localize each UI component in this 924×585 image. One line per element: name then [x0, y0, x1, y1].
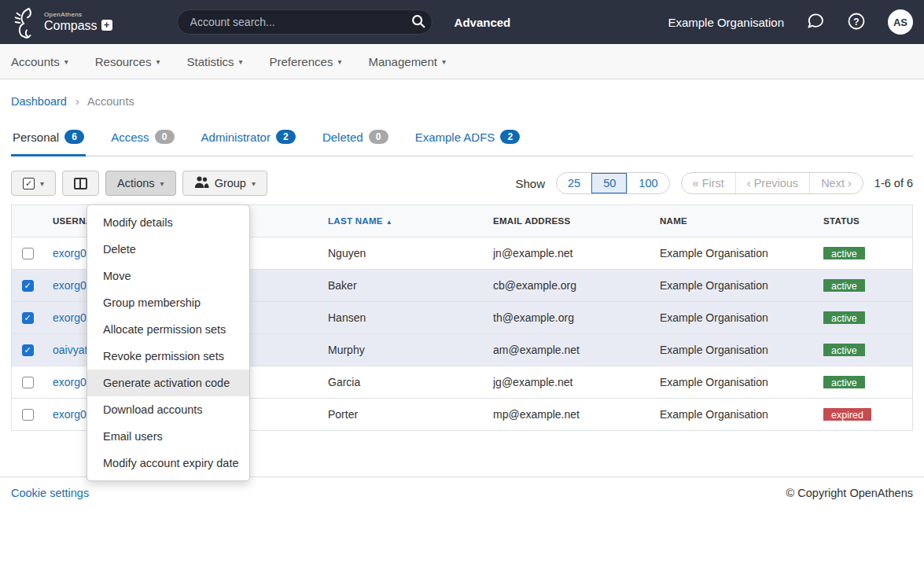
- tab-deleted[interactable]: Deleted0: [321, 130, 390, 156]
- row-checkbox[interactable]: [22, 377, 34, 388]
- organisation-cell: Example Organisation: [650, 279, 814, 292]
- breadcrumb-dashboard-link[interactable]: Dashboard: [11, 95, 67, 108]
- chevron-down-icon: ▾: [40, 179, 44, 188]
- breadcrumb-current: Accounts: [87, 95, 134, 108]
- main-nav: Accounts▾Resources▾Statistics▾Preference…: [0, 44, 924, 79]
- account-search-input[interactable]: [177, 9, 433, 35]
- menu-item-delete[interactable]: Delete: [87, 236, 249, 263]
- svg-text:?: ?: [853, 16, 859, 27]
- columns-toggle-button[interactable]: [62, 171, 99, 196]
- chevron-left-icon: ‹: [747, 177, 751, 189]
- select-all-dropdown-button[interactable]: ✓ ▾: [11, 171, 56, 196]
- tab-count-badge: 0: [155, 130, 175, 144]
- email-cell: mp@example.net: [484, 408, 650, 421]
- page-size-25-button[interactable]: 25: [557, 173, 591, 193]
- breadcrumb-separator-icon: ›: [75, 95, 79, 108]
- search-button[interactable]: [407, 12, 429, 32]
- last-name-cell: Garcia: [318, 376, 484, 388]
- chevron-down-icon: ▾: [238, 57, 242, 66]
- column-header-status[interactable]: STATUS: [814, 216, 912, 226]
- page-size-100-button[interactable]: 100: [627, 173, 668, 193]
- chevron-down-icon: ▾: [252, 179, 256, 188]
- column-header-last-name[interactable]: LAST NAME▲: [318, 216, 484, 226]
- actions-dropdown-menu: Modify detailsDeleteMoveGroup membership…: [87, 204, 250, 481]
- menu-item-move[interactable]: Move: [87, 263, 249, 289]
- actions-dropdown-button[interactable]: Actions ▾: [105, 171, 176, 196]
- status-badge: active: [823, 376, 865, 388]
- row-checkbox[interactable]: [22, 409, 34, 421]
- tab-administrator[interactable]: Administrator2: [200, 130, 297, 156]
- brand-name-label: Compass: [44, 19, 98, 33]
- pagination-previous-button[interactable]: ‹ Previous: [735, 173, 809, 193]
- openathens-owl-icon: [11, 6, 38, 39]
- email-cell: cb@example.org: [484, 279, 650, 292]
- status-badge: active: [823, 279, 865, 292]
- menu-item-revoke-permission-sets[interactable]: Revoke permission sets: [87, 343, 249, 370]
- email-cell: am@example.net: [484, 344, 650, 356]
- compass-plus-icon: +: [101, 20, 112, 31]
- columns-icon: [74, 178, 87, 189]
- user-avatar[interactable]: AS: [888, 9, 913, 35]
- nav-item-resources[interactable]: Resources▾: [95, 55, 160, 68]
- actions-button-label: Actions: [117, 177, 155, 189]
- range-summary: 1-6 of 6: [874, 177, 913, 189]
- feedback-button[interactable]: [806, 12, 825, 33]
- column-header-email[interactable]: EMAIL ADDRESS: [484, 216, 650, 226]
- organisation-cell: Example Organisation: [650, 311, 814, 324]
- row-checkbox[interactable]: ✓: [22, 312, 34, 324]
- row-checkbox[interactable]: ✓: [22, 344, 34, 356]
- pagination: « First ‹ Previous Next ›: [681, 172, 863, 194]
- show-label: Show: [516, 177, 546, 190]
- chat-bubble-icon: [806, 12, 825, 33]
- menu-item-allocate-permission-sets[interactable]: Allocate permission sets: [87, 316, 249, 343]
- tab-personal[interactable]: Personal6: [11, 130, 86, 156]
- account-type-tabs: Personal6Access0Administrator2Deleted0Ex…: [11, 130, 913, 156]
- menu-item-download-accounts[interactable]: Download accounts: [87, 396, 249, 423]
- menu-item-modify-account-expiry-date[interactable]: Modify account expiry date: [87, 450, 249, 476]
- status-badge: active: [823, 247, 865, 259]
- nav-item-statistics[interactable]: Statistics▾: [186, 55, 242, 68]
- organisation-name: Example Organisation: [668, 16, 784, 29]
- checkbox-icon: ✓: [23, 178, 35, 189]
- copyright-text: © Copyright OpenAthens: [786, 487, 913, 499]
- organisation-cell: Example Organisation: [650, 247, 814, 259]
- advanced-search-link[interactable]: Advanced: [455, 16, 511, 29]
- group-people-icon: [194, 176, 209, 190]
- email-cell: jn@example.net: [484, 247, 650, 259]
- pagination-first-button[interactable]: « First: [682, 173, 735, 193]
- nav-item-accounts[interactable]: Accounts▾: [11, 55, 68, 68]
- search-icon: [410, 20, 426, 31]
- help-button[interactable]: ?: [847, 12, 866, 33]
- chevron-down-icon: ▾: [442, 57, 446, 66]
- openathens-compass-logo[interactable]: OpenAthens Compass +: [11, 6, 112, 39]
- tab-access[interactable]: Access0: [109, 130, 175, 156]
- row-checkbox[interactable]: ✓: [22, 280, 34, 292]
- chevron-down-icon: ▾: [156, 57, 160, 66]
- account-search: [177, 9, 433, 35]
- last-name-cell: Murphy: [318, 344, 484, 356]
- last-name-cell: Hansen: [318, 311, 484, 324]
- email-cell: th@example.org: [484, 311, 650, 324]
- page-size-50-button[interactable]: 50: [591, 173, 627, 193]
- chevron-down-icon: ▾: [160, 179, 164, 188]
- menu-item-email-users[interactable]: Email users: [87, 423, 249, 450]
- cookie-settings-link[interactable]: Cookie settings: [11, 487, 89, 499]
- organisation-cell: Example Organisation: [650, 344, 814, 356]
- table-toolbar: ✓ ▾ Actions ▾ Group ▾ Show 2550100: [11, 171, 913, 196]
- chevron-right-icon: ›: [848, 177, 852, 189]
- tab-count-badge: 2: [500, 130, 520, 144]
- tab-example-adfs[interactable]: Example ADFS2: [414, 130, 522, 156]
- row-checkbox[interactable]: [22, 248, 34, 259]
- nav-item-management[interactable]: Management▾: [368, 55, 446, 68]
- pagination-next-button[interactable]: Next ›: [809, 173, 863, 193]
- nav-item-preferences[interactable]: Preferences▾: [270, 55, 342, 68]
- menu-item-generate-activation-code[interactable]: Generate activation code: [87, 370, 249, 396]
- tab-count-badge: 0: [369, 130, 388, 144]
- menu-item-modify-details[interactable]: Modify details: [87, 209, 249, 236]
- last-name-cell: Porter: [318, 408, 484, 421]
- status-badge: active: [823, 344, 865, 356]
- menu-item-group-membership[interactable]: Group membership: [87, 289, 249, 316]
- group-dropdown-button[interactable]: Group ▾: [182, 171, 267, 196]
- column-header-name[interactable]: NAME: [650, 216, 814, 226]
- sort-ascending-icon: ▲: [386, 219, 392, 226]
